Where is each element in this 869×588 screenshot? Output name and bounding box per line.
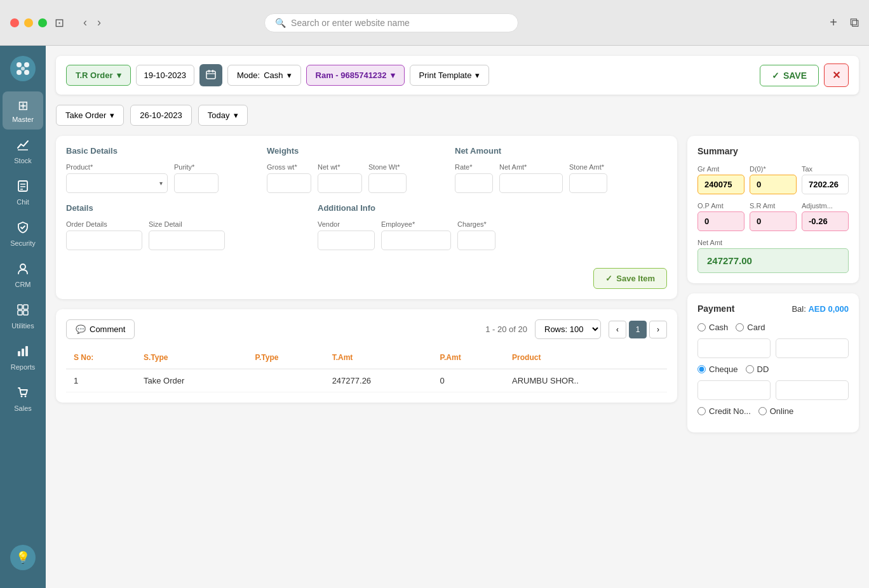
master-icon: ⊞ [18, 98, 29, 113]
sidebar-item-chit[interactable]: Chit [3, 173, 43, 212]
charges-group: Charges* 0 [457, 220, 495, 250]
stone-wt-label: Stone Wt* [368, 163, 407, 171]
sr-amt-label: S.R Amt [750, 202, 797, 210]
cash-radio-label[interactable]: Cash [697, 323, 728, 332]
cheque-radio[interactable] [697, 365, 706, 373]
copy-btn[interactable]: ⧉ [850, 15, 859, 30]
stone-amt-label: Stone Amt* [569, 163, 607, 171]
stone-amt-input[interactable]: 0 [569, 173, 607, 193]
additional-info-section: Additional Info Vendor Raj Diam Employee… [318, 203, 559, 250]
print-template-btn[interactable]: Print Template ▾ [410, 65, 490, 86]
order-details-group: Order Details 1456 [66, 220, 142, 250]
cheque-dd-inputs: 247277.00 0 [697, 380, 849, 400]
product-input[interactable]: 239 - CUTTING LONG [66, 173, 168, 193]
cell-s-type: Take Order [136, 369, 248, 392]
comment-btn[interactable]: 💬 Comment [66, 319, 135, 339]
cash-radio[interactable] [697, 323, 706, 331]
svg-point-19 [25, 396, 27, 398]
dd-radio-label[interactable]: DD [746, 364, 769, 374]
customer-btn[interactable]: Ram - 9685741232 ▾ [306, 65, 405, 86]
dd-input[interactable]: 0 [776, 380, 849, 400]
next-page-btn[interactable]: › [649, 321, 667, 338]
page-1-btn[interactable]: 1 [629, 321, 647, 338]
rows-per-page-select[interactable]: Rows: 100 Rows: 50 Rows: 25 [535, 319, 601, 339]
sidebar-item-security[interactable]: Security [3, 215, 43, 253]
cash-card-row: Cash Card [697, 323, 849, 332]
credit-radio-label[interactable]: Credit No... [697, 406, 751, 416]
rate-label: Rate* [455, 163, 493, 171]
product-select-wrap: 239 - CUTTING LONG ▾ [66, 173, 168, 193]
gross-wt-input[interactable]: 35.000 [267, 173, 311, 193]
net-amount-row: Rate* 4800 Net Amt* 247277.00 Stone Amt*… [455, 163, 667, 193]
svg-rect-17 [25, 346, 28, 356]
svg-rect-16 [22, 349, 24, 356]
summary-grid-row1: Gr Amt 240075 D(0)* 0 Tax 7202.26 [697, 165, 849, 194]
address-bar[interactable]: 🔍 Search or enter website name [264, 13, 518, 32]
details-title: Details [66, 203, 307, 213]
col-p-amt: P.Amt [433, 347, 505, 369]
charges-input[interactable]: 0 [457, 231, 495, 250]
dd-radio[interactable] [746, 365, 754, 373]
card-input[interactable]: 0 [776, 338, 849, 358]
mode-btn[interactable]: Mode: Cash ▾ [227, 65, 301, 86]
cell-p-type [248, 369, 325, 392]
online-radio[interactable] [758, 407, 767, 415]
vendor-input[interactable]: Raj Diam [318, 231, 375, 250]
sidebar-item-crm[interactable]: CRM [3, 256, 43, 295]
order-details-input[interactable]: 1456 [66, 231, 142, 250]
purity-input[interactable]: 22KT [174, 173, 219, 193]
sidebar-item-master[interactable]: ⊞ Master [3, 91, 43, 130]
theme-toggle-btn[interactable]: 💡 [10, 545, 36, 570]
calendar-btn[interactable] [199, 64, 222, 86]
sidebar-item-reports[interactable]: Reports [3, 338, 43, 377]
cheque-dd-row: Cheque DD [697, 364, 849, 374]
stone-wt-input[interactable]: 0.00 [368, 173, 407, 193]
stone-amt-group: Stone Amt* 0 [569, 163, 607, 193]
net-wt-group: Net wt* 35.000 [318, 163, 362, 193]
new-tab-btn[interactable]: + [830, 15, 837, 30]
gross-wt-group: Gross wt* 35.000 [267, 163, 311, 193]
cheque-input[interactable]: 247277.00 [697, 380, 771, 400]
adjustm-label: Adjustm... [802, 202, 849, 210]
prev-page-btn[interactable]: ‹ [609, 321, 626, 338]
card-radio[interactable] [736, 323, 744, 331]
sidebar-item-stock[interactable]: Stock [3, 132, 43, 171]
cell-product: ARUMBU SHOR.. [504, 369, 667, 392]
minimize-window-btn[interactable] [24, 18, 33, 27]
sub-toolbar: Take Order ▾ 26-10-2023 Today ▾ [56, 105, 859, 126]
sidebar-item-utilities[interactable]: Utilities [3, 297, 43, 336]
card-radio-label[interactable]: Card [736, 323, 765, 332]
table-row[interactable]: 1 Take Order 247277.26 0 ARUMBU SHOR.. [66, 369, 667, 392]
back-btn[interactable]: ‹ [79, 13, 91, 32]
credit-radio[interactable] [697, 407, 706, 415]
net-wt-input[interactable]: 35.000 [318, 173, 362, 193]
net-amt-input[interactable]: 247277.00 [499, 173, 563, 193]
close-btn[interactable]: ✕ [824, 63, 849, 87]
order-type-btn[interactable]: T.R Order ▾ [66, 65, 131, 86]
chevron-down-icon: ▾ [475, 70, 480, 80]
cash-input[interactable]: 0 [697, 338, 771, 358]
save-item-btn[interactable]: ✓ Save Item [593, 268, 667, 289]
main-form-card: Basic Details Product* 239 - CUTTING LON… [56, 136, 677, 299]
today-btn[interactable]: Today ▾ [198, 105, 248, 126]
col-s-type: S.Type [136, 347, 248, 369]
product-label: Product* [66, 163, 168, 171]
close-window-btn[interactable] [10, 18, 19, 27]
forward-btn[interactable]: › [93, 13, 105, 32]
online-radio-label[interactable]: Online [758, 406, 794, 416]
summary-title: Summary [697, 146, 849, 156]
right-panel: Summary Gr Amt 240075 D(0)* 0 Tax [687, 136, 859, 443]
rate-input[interactable]: 4800 [455, 173, 493, 193]
op-amt-value: 0 [697, 211, 744, 231]
svg-rect-20 [206, 71, 215, 79]
employee-input[interactable]: E25 - Sanjay [381, 231, 451, 250]
sub-order-type-btn[interactable]: Take Order ▾ [56, 105, 124, 126]
date-picker-btn[interactable]: 19-10-2023 [136, 65, 195, 86]
save-btn[interactable]: ✓ SAVE [760, 65, 819, 86]
sidebar-item-sales[interactable]: Sales [3, 380, 43, 418]
size-detail-input[interactable]: 30 [149, 231, 225, 250]
op-amt-col: O.P Amt 0 [697, 202, 744, 231]
fullscreen-window-btn[interactable] [38, 18, 47, 27]
sidebar-toggle-btn[interactable]: ⊡ [55, 16, 64, 30]
cheque-radio-label[interactable]: Cheque [697, 364, 738, 374]
